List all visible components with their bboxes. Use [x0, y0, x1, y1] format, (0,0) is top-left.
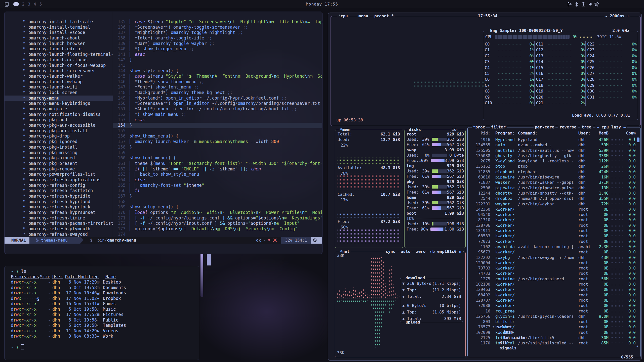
interface-chip[interactable]: ←b enp191s0 n→ — [429, 249, 465, 254]
process-row[interactable]: 81310kworker/root0B0.0 — [470, 217, 638, 222]
file-item[interactable]: *omarchy-refresh-hyprland — [5, 199, 113, 205]
zero-chip[interactable]: zero — [415, 249, 427, 254]
file-item[interactable]: *omarchy-launch-or-focus-webapp — [5, 63, 113, 68]
sort-chip[interactable]: ← cpu lazy → — [595, 125, 627, 130]
process-row[interactable]: 74733kworker/root0B0.0 — [470, 271, 638, 276]
file-item[interactable]: *omarchy-launch-or-focus — [5, 57, 113, 63]
file-item[interactable]: *omarchy-refresh-hyprlock — [5, 204, 113, 210]
file-item[interactable]: *omarchy-pkg-install — [5, 145, 113, 150]
proc-box-title[interactable]: ⁴proc — [472, 125, 486, 130]
process-row[interactable]: 1275containe/usr/bin/containerdroot56M0.… — [470, 276, 638, 282]
file-item[interactable]: *omarchy-pkg-drop — [5, 133, 113, 139]
process-row[interactable]: 135088ghostty/usr/bin/ghostty --gtk-dhh3… — [470, 153, 638, 158]
process-row[interactable]: 129004kworker/root0B0.0 — [470, 260, 638, 265]
file-item[interactable]: *omarchy-install-tailscale — [5, 19, 113, 25]
process-row[interactable]: 72088kworker/root0B0.0 — [470, 303, 638, 308]
file-item[interactable]: *omarchy-launch-about — [5, 35, 113, 41]
process-row[interactable]: 125756glycin-i/usr/lib/glycin-loadersdhh… — [470, 314, 638, 319]
proc-scrollbar[interactable] — [637, 138, 639, 142]
file-item[interactable]: *omarchy-launch-webapp — [5, 79, 113, 85]
file-item[interactable]: *omarchy-refresh-applications — [5, 177, 113, 183]
file-item[interactable]: *omarchy-launch-wifi — [5, 84, 113, 90]
logout-icon[interactable] — [567, 2, 572, 7]
file-item[interactable]: *omarchy-pkg-aur-accessible — [5, 123, 113, 128]
file-item[interactable]: *omarchy-launch-walker — [5, 74, 113, 79]
network-icon[interactable] — [581, 2, 586, 7]
file-item[interactable]: *omarchy-install-vscode — [5, 30, 113, 35]
per-core-chip[interactable]: per-core — [534, 125, 555, 130]
bluetooth-icon[interactable] — [574, 2, 579, 7]
preset-chip[interactable]: preset * — [373, 14, 395, 19]
process-row[interactable]: 72073kworker/root0B0.0 — [470, 239, 638, 244]
sync-chip[interactable]: sync — [384, 249, 397, 254]
process-row[interactable]: 2075XwaylandXwayland :1 -rootless -dhh11… — [470, 158, 638, 164]
file-list-pane[interactable]: *omarchy-install-tailscale*omarchy-insta… — [5, 12, 113, 237]
process-row[interactable]: 135162btopbtopdhh26M0.0 — [470, 164, 638, 169]
file-item[interactable]: *omarchy-refresh-hyprsunset — [5, 210, 113, 215]
tree-chip[interactable]: tree — [580, 125, 593, 130]
process-row[interactable]: 129463kworker/root0B0.0 — [470, 287, 638, 292]
terminal-window[interactable]: ~ ❯ ls PermissionsSizeUserDate ModifiedN… — [4, 266, 199, 360]
file-item[interactable]: *omarchy-install-terminal — [5, 25, 113, 30]
process-list[interactable]: 1916HyprlandHyprlanddhh426M0.1134565nvim… — [470, 137, 638, 346]
file-item[interactable]: *omarchy-pkg-remove — [5, 166, 113, 172]
process-row[interactable]: 122301waybar/usr/bin/waybardhh72M0.0 — [470, 201, 638, 207]
process-row[interactable]: 134565nvimnvim --embed .dhh59M0.0 — [470, 142, 638, 148]
process-row[interactable]: 102100kworker/root0B0.0 — [470, 282, 638, 287]
file-item[interactable]: *omarchy-menu — [5, 96, 113, 101]
file-item[interactable]: *omarchy-pkg-aur-install — [5, 128, 113, 134]
process-row[interactable]: 71837walker/usr/bin/walker --gappldhh371… — [470, 180, 638, 185]
file-item[interactable]: *omarchy-refresh-plymouth — [5, 226, 113, 232]
file-item[interactable]: *omarchy-pkg-missing — [5, 150, 113, 156]
file-item[interactable]: *omarchy-menu-keybindings — [5, 101, 113, 106]
file-item[interactable]: *omarchy-lock-screen — [5, 90, 113, 96]
file-item[interactable]: *omarchy-launch-editor — [5, 46, 113, 52]
process-row[interactable]: 95673kworker/root0B0.0 — [470, 249, 638, 255]
scroll-down-arrow[interactable]: ↓ — [636, 343, 638, 348]
process-row[interactable]: 142360kworker/root0B0.0 — [470, 207, 638, 212]
process-row[interactable]: 63816pipewire/usr/bin/pipewiredhh16M0.0 — [470, 174, 638, 180]
file-item[interactable]: *omarchy-launch-browser — [5, 41, 113, 47]
process-row[interactable]: 122292swaybg/usr/bin/swaybg -i /homdhh43… — [470, 255, 638, 260]
file-item[interactable]: *omarchy-refresh-pacman-mirrorlist — [5, 221, 113, 226]
process-row[interactable]: 125505nautilus/usr/bin/nautilus --newdhh… — [470, 148, 638, 153]
cpu-icon[interactable] — [594, 2, 599, 7]
file-item[interactable]: *omarchy-pkg-present — [5, 161, 113, 166]
file-item[interactable]: *omarchy-refresh-hypridle — [5, 194, 113, 199]
file-item[interactable]: *omarchy-refresh-limine — [5, 215, 113, 221]
file-item[interactable]: *omarchy-migrate — [5, 106, 113, 112]
reverse-chip[interactable]: reverse — [558, 125, 578, 130]
file-item[interactable]: *omarchy-refresh-config — [5, 183, 113, 188]
file-item[interactable]: *omarchy-refresh-swayosd — [5, 232, 113, 237]
process-row[interactable]: 94540kworker/root0B0.0 — [470, 212, 638, 217]
process-row[interactable]: 2544dropbox/home/dhh/.dropbox-distdhh355… — [470, 196, 638, 201]
process-row[interactable]: 1162avahi-daavahi-daemon: running [avahi… — [470, 244, 638, 249]
file-item[interactable]: *omarchy-launch-screensaver — [5, 68, 113, 74]
file-item[interactable]: *omarchy-refresh-fastfetch — [5, 188, 113, 194]
interval-chip[interactable]: - 2000ms + — [604, 14, 630, 19]
filter-chip[interactable]: filter — [490, 125, 507, 130]
file-item[interactable]: *omarchy-pkg-pinned — [5, 155, 113, 161]
process-row[interactable]: 128707kworker/root0B0.0 — [470, 298, 638, 303]
prompt-line-2[interactable]: ~ ❯ — [11, 344, 199, 350]
process-row[interactable]: 71835elephantelephantdhh424M0.0 — [470, 169, 638, 174]
file-item[interactable]: *omarchy-pkg-ignored — [5, 139, 113, 145]
proc-header[interactable]: Pid: Program: Command: User: MemB Cpu% ↑ — [470, 130, 638, 136]
file-item[interactable]: *omarchy-powerprofiles-list — [5, 172, 113, 177]
process-row[interactable]: 12244ghostty/usr/bin/ghostty --gtk-dhh1.… — [470, 191, 638, 196]
process-row[interactable]: 1916HyprlandHyprlanddhh426M0.1 — [470, 137, 638, 142]
proc-footer[interactable]: ↑ select ↓ info ↵ terminate Kill signals — [473, 319, 525, 356]
process-row[interactable]: 128706kworker/root0B0.0 — [470, 223, 638, 228]
file-item[interactable]: *omarchy-pkg-add — [5, 117, 113, 123]
volume-icon[interactable] — [588, 2, 593, 7]
process-row[interactable]: 131911kworker/root0B0.0 — [470, 228, 638, 233]
process-row[interactable]: 16rcu_preeroot0B0.0 — [470, 308, 638, 314]
menu-chip[interactable]: menu — [357, 14, 370, 19]
cpu-box-title[interactable]: ¹cpu — [337, 14, 349, 19]
file-item[interactable]: *omarchy-launch-floating-terminal- — [5, 52, 113, 57]
file-item[interactable]: *omarchy-notification-dismiss — [5, 112, 113, 117]
auto-chip[interactable]: auto — [399, 249, 412, 254]
process-row[interactable]: 73703kworker/root0B0.0 — [470, 265, 638, 271]
process-row[interactable]: 68583kworker/root0B0.0 — [470, 233, 638, 239]
code-pane[interactable]: 135▏ case $(menu "Toggle" "▢ Screensaver… — [113, 12, 323, 237]
